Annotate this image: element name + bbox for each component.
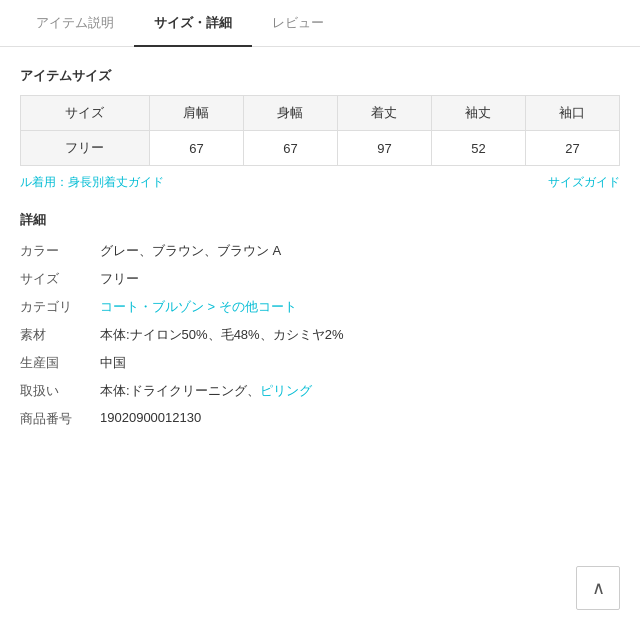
size-section-title: アイテムサイズ (20, 67, 620, 85)
detail-row-color: カラー グレー、ブラウン、ブラウン A (20, 237, 620, 265)
label-care: 取扱い (20, 382, 100, 400)
back-to-top-arrow-icon: ∧ (592, 577, 605, 599)
size-guide-link[interactable]: サイズガイド (548, 174, 620, 191)
value-color: グレー、ブラウン、ブラウン A (100, 242, 620, 260)
height-guide-link[interactable]: ル着用：身長別着丈ガイド (20, 174, 164, 191)
care-text-prefix: 本体:ドライクリーニング、 (100, 383, 260, 398)
value-size: フリー (100, 270, 620, 288)
value-category: コート・ブルゾン > その他コート (100, 298, 620, 316)
tab-bar: アイテム説明 サイズ・詳細 レビュー (0, 0, 640, 47)
cell-cuff: 27 (525, 131, 619, 166)
label-material: 素材 (20, 326, 100, 344)
col-header-body: 身幅 (243, 96, 337, 131)
label-category: カテゴリ (20, 298, 100, 316)
cell-length: 97 (337, 131, 431, 166)
table-header-row: サイズ 肩幅 身幅 着丈 袖丈 袖口 (21, 96, 620, 131)
label-country: 生産国 (20, 354, 100, 372)
col-header-sleeve: 袖丈 (431, 96, 525, 131)
cell-size-label: フリー (21, 131, 150, 166)
details-title: 詳細 (20, 211, 620, 229)
size-table: サイズ 肩幅 身幅 着丈 袖丈 袖口 フリー 67 67 97 52 27 (20, 95, 620, 166)
label-color: カラー (20, 242, 100, 260)
detail-row-product-number: 商品番号 19020900012130 (20, 405, 620, 433)
care-link[interactable]: ピリング (260, 383, 312, 398)
tab-size-detail[interactable]: サイズ・詳細 (134, 0, 252, 46)
main-content: アイテムサイズ サイズ 肩幅 身幅 着丈 袖丈 袖口 フリー 67 67 97 … (0, 47, 640, 453)
detail-row-category: カテゴリ コート・ブルゾン > その他コート (20, 293, 620, 321)
tab-item-desc[interactable]: アイテム説明 (16, 0, 134, 46)
col-header-shoulder: 肩幅 (149, 96, 243, 131)
value-care: 本体:ドライクリーニング、ピリング (100, 382, 620, 400)
detail-row-care: 取扱い 本体:ドライクリーニング、ピリング (20, 377, 620, 405)
cell-body: 67 (243, 131, 337, 166)
col-header-size: サイズ (21, 96, 150, 131)
detail-row-country: 生産国 中国 (20, 349, 620, 377)
tab-review[interactable]: レビュー (252, 0, 344, 46)
label-size: サイズ (20, 270, 100, 288)
detail-row-material: 素材 本体:ナイロン50%、毛48%、カシミヤ2% (20, 321, 620, 349)
value-material: 本体:ナイロン50%、毛48%、カシミヤ2% (100, 326, 620, 344)
col-header-length: 着丈 (337, 96, 431, 131)
label-product-number: 商品番号 (20, 410, 100, 428)
back-to-top-button[interactable]: ∧ (576, 566, 620, 610)
size-links-row: ル着用：身長別着丈ガイド サイズガイド (20, 174, 620, 191)
value-country: 中国 (100, 354, 620, 372)
detail-row-size: サイズ フリー (20, 265, 620, 293)
category-link[interactable]: コート・ブルゾン > その他コート (100, 299, 297, 314)
details-section: 詳細 カラー グレー、ブラウン、ブラウン A サイズ フリー カテゴリ コート・… (20, 211, 620, 433)
table-row: フリー 67 67 97 52 27 (21, 131, 620, 166)
value-product-number: 19020900012130 (100, 410, 620, 425)
cell-shoulder: 67 (149, 131, 243, 166)
col-header-cuff: 袖口 (525, 96, 619, 131)
cell-sleeve: 52 (431, 131, 525, 166)
